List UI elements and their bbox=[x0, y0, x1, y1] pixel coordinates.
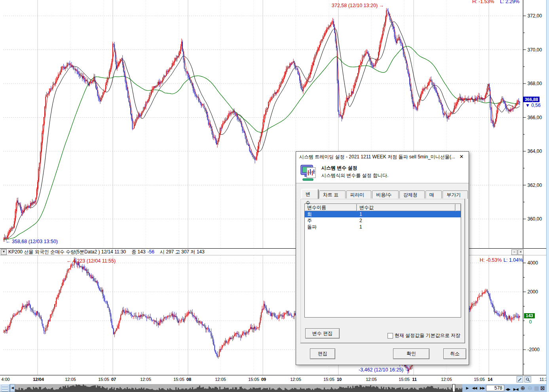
dialog-titlebar[interactable]: 시스템 트레이딩 설정 - 2021 1211 WEEK 저점 돌파 sell … bbox=[296, 152, 469, 162]
variable-value: 1 bbox=[357, 211, 461, 217]
tab-1[interactable]: 변수 bbox=[302, 189, 318, 199]
y-axis-label: 370,00 bbox=[528, 47, 542, 53]
time-axis-label: 15:05 bbox=[98, 377, 109, 382]
close-pane-button[interactable]: × bbox=[518, 249, 524, 255]
tab-5[interactable]: 강제청산 bbox=[399, 190, 425, 199]
dialog-section-title: 시스템 변수 설정 bbox=[321, 165, 357, 171]
save-default-checkbox[interactable] bbox=[388, 333, 393, 339]
chart-annotation: ← 358,68 (12/03 13:50) bbox=[6, 239, 58, 244]
variable-row[interactable]: 주2 bbox=[305, 217, 461, 224]
collapse-pane-button[interactable]: ▼ bbox=[1, 249, 7, 255]
time-axis-label: 12:05 bbox=[65, 377, 76, 382]
lower-pane-title: KP200 선물 외국인 순매수 수량(5분Data2 ) 12/14 11:3… bbox=[8, 249, 126, 255]
time-axis-label: 15:05 bbox=[474, 377, 485, 382]
scroll-left-button[interactable]: ◀ bbox=[10, 384, 15, 392]
splitter-grip-button[interactable] bbox=[0, 384, 10, 392]
time-axis-label: 4:00 bbox=[1, 377, 9, 382]
expand-bars-icon[interactable]: ◀▶ bbox=[505, 386, 510, 392]
column-variable-value[interactable]: 변수값 bbox=[357, 204, 456, 211]
high-percent-label: H: -1.53% bbox=[472, 0, 494, 4]
tab-3[interactable]: 피라미딩 bbox=[346, 190, 372, 199]
change-value-text: ▼ 0,56 bbox=[525, 103, 541, 108]
chart-annotation: -3,462 (12/10 16:25) → bbox=[359, 367, 410, 373]
zoom-tool-button[interactable] bbox=[524, 376, 531, 382]
current-value-text: 143 bbox=[526, 313, 533, 318]
navigator-slider[interactable] bbox=[452, 384, 455, 392]
time-axis-label: 11 bbox=[412, 377, 417, 382]
variable-name: 돌파 bbox=[305, 224, 357, 230]
fast-backward-button[interactable]: ◀◀ bbox=[471, 385, 478, 391]
pencil-icon bbox=[518, 377, 522, 382]
y-axis-label: 360,00 bbox=[528, 216, 542, 222]
minimize-pane-button[interactable]: − bbox=[511, 249, 517, 255]
time-axis-label: 12:05 bbox=[215, 377, 226, 382]
variable-name: 주 bbox=[305, 217, 357, 224]
lower-pane-close-value: 종 143 bbox=[131, 249, 145, 255]
zoom-in-icon[interactable]: ⊕ bbox=[521, 384, 525, 392]
dialog-section-subtitle: 시스템식의 변수를 설정 합니다. bbox=[321, 172, 388, 179]
edit-button[interactable]: 편집 bbox=[310, 348, 335, 359]
variables-list-header: 변수이름 변수값 bbox=[305, 204, 461, 211]
zoom-out-icon[interactable]: ⊖ bbox=[528, 384, 532, 392]
high-percent-label: H: -0.53% bbox=[480, 257, 502, 263]
system-trading-settings-dialog: 시스템 트레이딩 설정 - 2021 1211 WEEK 저점 돌파 sell … bbox=[296, 151, 469, 365]
tab-2[interactable]: 차트 표시 bbox=[319, 190, 346, 199]
trading-app-window: 372,00370,00368,00366,00364,00362,00360,… bbox=[0, 0, 549, 392]
y-axis-label: 4000 bbox=[528, 260, 538, 266]
chart-annotation: 372,58 (12/10 13:20) → bbox=[332, 3, 384, 8]
variables-list[interactable]: 변수이름 변수값 회1주2돌파1 bbox=[304, 204, 461, 318]
ok-button[interactable]: 확인 bbox=[393, 348, 429, 359]
fast-forward-button[interactable]: ▶▶ bbox=[479, 385, 486, 391]
y-axis-label: 2000 bbox=[528, 289, 538, 295]
close-chart-icon[interactable]: ⊠ bbox=[540, 384, 545, 392]
history-silhouette bbox=[15, 384, 462, 392]
window-right-frame bbox=[546, 0, 549, 392]
time-axis-label: 12:05 bbox=[290, 377, 301, 382]
time-axis: 11:30 4:0012/0412:0515:050712:0515:05081… bbox=[0, 375, 549, 384]
draw-tool-button[interactable] bbox=[517, 376, 523, 382]
variable-value: 2 bbox=[357, 217, 461, 224]
y-axis-label: -2000 bbox=[528, 347, 540, 352]
lower-pane-change-value: -56 bbox=[148, 249, 154, 255]
dialog-header: 시스템 변수 설정 시스템식의 변수를 설정 합니다. bbox=[296, 162, 469, 183]
time-axis-label: 12/04 bbox=[33, 377, 44, 382]
variable-name: 회 bbox=[305, 211, 357, 217]
variable-row[interactable]: 회1 bbox=[305, 211, 461, 217]
shrink-bars-icon[interactable]: ▶◀ bbox=[513, 386, 518, 392]
time-axis-label: 09 bbox=[261, 377, 266, 382]
y-axis-label: 362,00 bbox=[528, 183, 542, 188]
time-axis-label: 15:05 bbox=[399, 377, 410, 382]
time-axis-label: 12:05 bbox=[140, 377, 151, 382]
column-variable-name[interactable]: 변수이름 bbox=[305, 204, 357, 211]
tab-4[interactable]: 비용/수량 bbox=[372, 190, 399, 199]
low-percent-label: L: 2.29% bbox=[500, 0, 519, 4]
change-value-text: 0 bbox=[529, 319, 532, 325]
magnifier-icon bbox=[526, 377, 530, 382]
current-value-text: 366,88 bbox=[525, 97, 538, 102]
save-default-checkbox-label[interactable]: 현재 설정값을 기본값으로 저장 bbox=[395, 332, 460, 339]
time-axis-label: 12:05 bbox=[441, 377, 452, 382]
y-axis-label: 366,00 bbox=[528, 115, 542, 120]
variable-value: 1 bbox=[357, 224, 461, 230]
cancel-button[interactable]: 취소 bbox=[443, 348, 466, 359]
history-navigator[interactable] bbox=[15, 384, 462, 392]
bar-count-input[interactable] bbox=[486, 385, 504, 391]
time-axis-label: 15:05 bbox=[173, 377, 184, 382]
system-settings-icon bbox=[300, 164, 319, 183]
lower-pane-ohl-values: 시 297 고 307 저 143 bbox=[160, 249, 205, 255]
time-axis-label: 15:05 bbox=[323, 377, 334, 382]
tab-6[interactable]: 매매 bbox=[426, 190, 442, 199]
time-axis-label: 10 bbox=[337, 377, 342, 382]
tab-7[interactable]: 부가기능 bbox=[443, 190, 468, 199]
grid-view-icon[interactable]: ▦ bbox=[534, 384, 539, 392]
y-axis-label: 372,00 bbox=[528, 13, 542, 19]
low-percent-label: L: 1.04% bbox=[503, 257, 523, 263]
time-axis-label: 07 bbox=[111, 377, 116, 382]
time-axis-label: 08 bbox=[186, 377, 191, 382]
time-axis-label: 12:05 bbox=[366, 377, 377, 382]
variable-row[interactable]: 돌파1 bbox=[305, 224, 461, 230]
dialog-close-button[interactable]: ✕ bbox=[456, 152, 467, 162]
edit-variable-button[interactable]: 변수 편집 bbox=[305, 328, 340, 339]
settings-tab-strip: 변수차트 표시피라미딩비용/수량강제청산매매부가기능 bbox=[302, 190, 469, 199]
step-forward-button[interactable]: ▶ bbox=[464, 385, 471, 391]
